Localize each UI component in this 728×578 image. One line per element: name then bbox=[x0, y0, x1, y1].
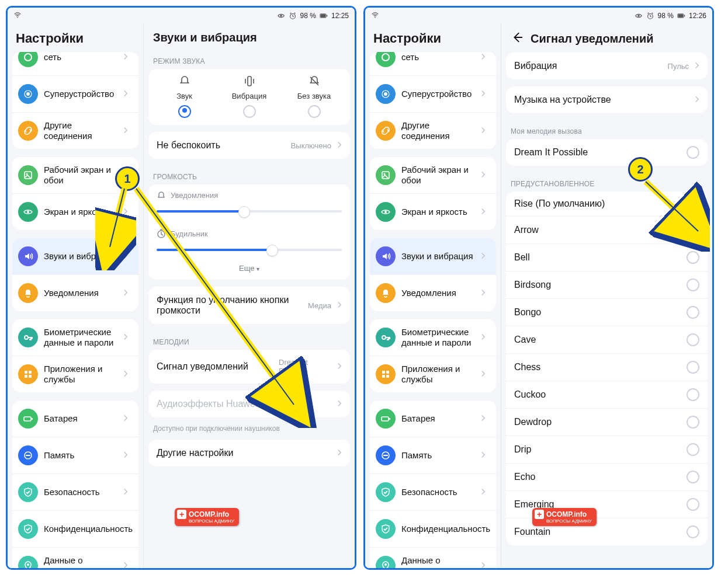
sidebar-item-11[interactable]: Безопасность bbox=[12, 473, 138, 510]
chevron-right-icon bbox=[123, 414, 133, 423]
my-ringtone-item[interactable]: Dream It Possible bbox=[506, 139, 708, 166]
mode-option-1[interactable]: Вибрация bbox=[217, 75, 282, 118]
sidebar-item-1[interactable]: Суперустройство bbox=[12, 75, 138, 112]
chevron-right-icon bbox=[695, 61, 699, 71]
preset-item-1[interactable]: Arrow bbox=[506, 216, 708, 243]
sidebar-item-0[interactable]: сеть bbox=[370, 52, 496, 75]
vibration-row[interactable]: Вибрация Пульс bbox=[506, 53, 708, 79]
sidebar-label: Приложения и службы bbox=[401, 364, 475, 385]
radio-icon bbox=[683, 199, 699, 209]
volume-button-func[interactable]: Функция по умолчанию кнопки громкости Ме… bbox=[148, 287, 350, 324]
radio-icon bbox=[687, 388, 699, 401]
sidebar-item-13[interactable]: Данные о местоположении bbox=[370, 547, 496, 568]
volume-slider-0[interactable]: Уведомления bbox=[148, 184, 350, 223]
chevron-right-icon bbox=[481, 207, 490, 217]
sidebar-item-12[interactable]: Конфиденциальность bbox=[370, 510, 496, 547]
volume-slider-1[interactable]: Будильник bbox=[148, 223, 350, 262]
svg-rect-17 bbox=[24, 417, 31, 421]
sidebar-item-6[interactable]: Уведомления bbox=[12, 274, 138, 311]
sidebar-item-11[interactable]: Безопасность bbox=[370, 473, 496, 510]
sidebar-item-5[interactable]: Звуки и вибрация bbox=[12, 238, 138, 274]
battery-percent: 98 % bbox=[658, 12, 674, 20]
sidebar-item-2[interactable]: Другие соединения bbox=[370, 112, 496, 149]
svg-rect-39 bbox=[382, 375, 385, 378]
sidebar-label: сеть bbox=[44, 52, 117, 62]
sidebar-item-5[interactable]: Звуки и вибрация bbox=[370, 238, 496, 274]
dnd-row[interactable]: Не беспокоить Выключено bbox=[148, 132, 350, 159]
page-title: Сигнал уведомлений bbox=[531, 32, 654, 46]
sidebar-label: сеть bbox=[401, 52, 475, 62]
other-settings-row[interactable]: Другие настройки bbox=[148, 440, 350, 466]
eye-icon bbox=[277, 12, 285, 20]
back-button[interactable] bbox=[511, 31, 524, 47]
svg-rect-40 bbox=[386, 375, 389, 378]
chevron-right-icon bbox=[123, 170, 133, 180]
sidebar-label: Приложения и службы bbox=[44, 364, 117, 385]
sidebar-item-2[interactable]: Другие соединения bbox=[12, 112, 138, 149]
sidebar-item-7[interactable]: Биометрические данные и пароли bbox=[12, 319, 138, 356]
section-melodies: МЕЛОДИИ bbox=[144, 331, 355, 350]
sidebar-icon-13 bbox=[376, 556, 396, 568]
preset-item-7[interactable]: Cuckoo bbox=[506, 381, 708, 408]
sidebar-label: Звуки и вибрация bbox=[401, 251, 475, 262]
sidebar-item-3[interactable]: Рабочий экран и обои bbox=[370, 157, 496, 193]
sidebar-item-3[interactable]: Рабочий экран и обои bbox=[12, 157, 138, 193]
sidebar-item-8[interactable]: Приложения и службы bbox=[12, 356, 138, 392]
preset-item-0[interactable]: Rise (По умолчанию) bbox=[506, 191, 708, 216]
preset-item-3[interactable]: Birdsong bbox=[506, 271, 708, 298]
sidebar-icon-2 bbox=[376, 121, 396, 141]
sidebar-icon-4 bbox=[18, 202, 38, 222]
sidebar-item-10[interactable]: Память bbox=[12, 437, 138, 473]
preset-item-6[interactable]: Chess bbox=[506, 353, 708, 381]
preset-item-9[interactable]: Drip bbox=[506, 436, 708, 463]
preset-item-8[interactable]: Dewdrop bbox=[506, 408, 708, 436]
sidebar-icon-12 bbox=[18, 519, 38, 539]
chevron-right-icon bbox=[337, 301, 342, 310]
histen-note: Доступно при подключении наушников bbox=[144, 424, 355, 440]
sidebar-item-9[interactable]: Батарея bbox=[12, 401, 138, 437]
notification-sound-row[interactable]: Сигнал уведомлений Dream It Possible bbox=[148, 350, 350, 384]
section-preset: ПРЕДУСТАНОВЛЕННОЕ bbox=[501, 173, 712, 191]
sidebar-item-8[interactable]: Приложения и службы bbox=[370, 356, 496, 392]
sidebar-label: Конфиденциальность bbox=[44, 524, 133, 534]
preset-item-4[interactable]: Bongo bbox=[506, 298, 708, 326]
battery-icon bbox=[320, 12, 328, 20]
sidebar-item-6[interactable]: Уведомления bbox=[370, 274, 496, 311]
svg-rect-22 bbox=[248, 76, 251, 86]
sidebar-item-13[interactable]: Данные о местоположении bbox=[12, 547, 138, 568]
chevron-right-icon bbox=[481, 414, 490, 423]
sidebar-label: Память bbox=[401, 450, 475, 461]
svg-rect-37 bbox=[382, 371, 385, 374]
sidebar-item-4[interactable]: Экран и яркость bbox=[12, 193, 138, 230]
device-music-row[interactable]: Музыка на устройстве bbox=[506, 86, 708, 113]
chevron-right-icon bbox=[695, 95, 699, 105]
mode-option-2[interactable]: Без звука bbox=[282, 75, 346, 118]
chevron-right-icon bbox=[481, 288, 490, 298]
sidebar-item-4[interactable]: Экран и яркость bbox=[370, 193, 496, 230]
mode-option-0[interactable]: Звук bbox=[152, 75, 217, 118]
sidebar-icon-9 bbox=[18, 409, 38, 429]
sidebar-item-1[interactable]: Суперустройство bbox=[370, 75, 496, 112]
page-title: Звуки и вибрация bbox=[144, 23, 355, 50]
sidebar-icon-6 bbox=[18, 283, 38, 303]
sound-mode-selector: Звук Вибрация Без звука bbox=[148, 69, 350, 125]
chevron-right-icon bbox=[123, 451, 133, 460]
radio-icon bbox=[687, 251, 699, 264]
svg-rect-42 bbox=[389, 418, 390, 420]
more-toggle[interactable]: Еще ▾ bbox=[148, 262, 350, 280]
sidebar-item-9[interactable]: Батарея bbox=[370, 401, 496, 437]
sidebar-label: Память bbox=[44, 450, 117, 461]
sidebar-item-7[interactable]: Биометрические данные и пароли bbox=[370, 319, 496, 356]
preset-item-2[interactable]: Bell bbox=[506, 243, 708, 271]
watermark: OCOMP.infoВОПРОСЫ АДМИНУ bbox=[175, 508, 239, 526]
sidebar-icon-5 bbox=[376, 246, 396, 266]
sidebar-item-12[interactable]: Конфиденциальность bbox=[12, 510, 138, 547]
wifi-icon bbox=[13, 11, 22, 21]
clock: 12:25 bbox=[331, 12, 349, 20]
sidebar-item-0[interactable]: сеть bbox=[12, 52, 138, 75]
preset-item-5[interactable]: Cave bbox=[506, 326, 708, 353]
preset-item-10[interactable]: Echo bbox=[506, 463, 708, 490]
chevron-right-icon bbox=[481, 370, 490, 379]
sidebar-item-10[interactable]: Память bbox=[370, 437, 496, 473]
status-bar: 98 % 12:25 bbox=[8, 8, 355, 23]
